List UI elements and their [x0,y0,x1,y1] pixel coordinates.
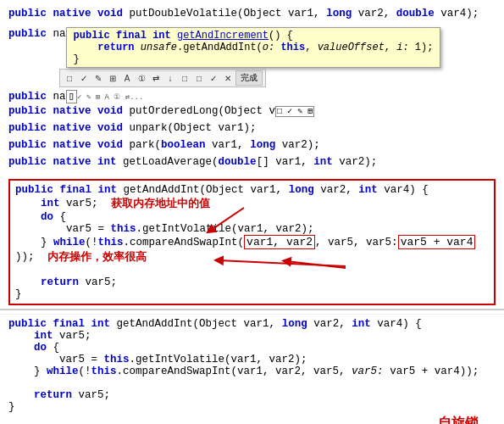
bottom-code-area: public final int getAndAddInt(Object var… [0,314,504,424]
toolbar-btn-circle1[interactable]: ① [135,71,148,85]
line-prefix-na1: public na [8,27,66,40]
bt-line6 [8,377,496,389]
bt-line3: do { [8,342,496,354]
hl-line5-row: } while(!this.compareAndSwapInt( var1, v… [15,235,489,265]
hl-line2-row: int var5; 获取内存地址中的值 [15,196,489,211]
bt-line2: int var5; [8,330,496,342]
hl-line5-mid: , var5, var5: [315,237,398,248]
hl-line8: } [15,288,489,300]
toolbar-row: □ ✓ ✎ ⊞ A ① ⇄ ↓ □ □ ✓ ✕ 完成 [59,69,504,87]
toolbar-btn-A[interactable]: A [120,71,134,85]
top-code-area: public native void putDoubleVolatile(Obj… [0,0,504,27]
toolbar-btn-x[interactable]: ✕ [221,71,235,85]
toolbar-btn-pencil[interactable]: ✎ [91,71,105,85]
tooltip-area: public na public final int getAndIncreme… [8,27,504,103]
toolbar-btn-swap[interactable]: ⇄ [149,71,163,85]
code-line-na2: public native void putOrderedLong(Object… [8,103,496,120]
hl-line7: return var5; [15,276,489,288]
hl-line2: int var5; [15,198,111,209]
hl-line1: public final int getAndAddInt(Object var… [15,184,489,196]
toolbar-btn-square2[interactable]: □ [178,71,191,85]
code-line-park: public native void park(boolean var1, lo… [8,137,496,153]
bt-line5: } while(!this.compareAndSwapInt(var1, va… [8,365,479,377]
hl-line5-pre: } while(!this.compareAndSwapInt( [15,237,244,248]
toolbar-btn-down[interactable]: ↓ [163,71,177,85]
toolbar-btn-2[interactable]: ✓ [77,71,91,85]
toolbar-btn-grid[interactable]: ⊞ [106,71,119,85]
toolbar-done-btn[interactable]: 完成 [235,70,263,86]
section-divider [0,309,504,310]
main-container: public native void putDoubleVolatile(Obj… [0,0,504,424]
bt-line4: var5 = this.getIntVolatile(var1, var2); [8,354,496,365]
tooltip-popup: public final int getAndIncrement() { ret… [66,27,441,68]
bt-line7: return var5; [8,389,496,401]
hl-line6 [15,265,489,276]
method-link-getAndIncrement[interactable]: getAndIncrement [177,30,269,42]
zizuosuo-row: 自旋锁 [8,415,496,424]
toolbar-btn-check2[interactable]: ✓ [207,71,220,85]
hl-line5-post: )); [15,251,47,263]
bt-line5-row: } while(!this.compareAndSwapInt(var1, va… [8,365,496,377]
highlighted-block: public final int getAndAddInt(Object var… [8,179,496,305]
code-line-unpark: public native void unpark(Object var1); [8,120,496,137]
code-line-na1: public na▯✓ ✎ ⊞ A ① ⇄... [8,89,504,103]
code-line-1: public native void putDoubleVolatile(Obj… [8,5,496,22]
hl-var5expr-box: var5 + var4 [398,235,476,249]
toolbar-btn-square3[interactable]: □ [192,71,206,85]
zizuosuo-label: 自旋锁 [438,415,479,424]
bt-line8: } [8,401,496,413]
code-line-getload: public native int getLoadAverage(double[… [8,153,496,170]
hl-var1var2-box: var1, var2 [244,235,315,249]
annotation-label-2: 内存操作，效率很高 [47,249,147,265]
bt-line1: public final int getAndAddInt(Object var… [8,318,496,330]
toolbar-btn-1[interactable]: □ [63,71,76,85]
middle-code-area: public native void putOrderedLong(Object… [0,103,504,176]
hl-line3: do { [15,211,489,223]
hl-line4: var5 = this.getIntVolatile(var1, var2); [15,223,489,235]
annotation-label-1: 获取内存地址中的值 [111,196,210,211]
